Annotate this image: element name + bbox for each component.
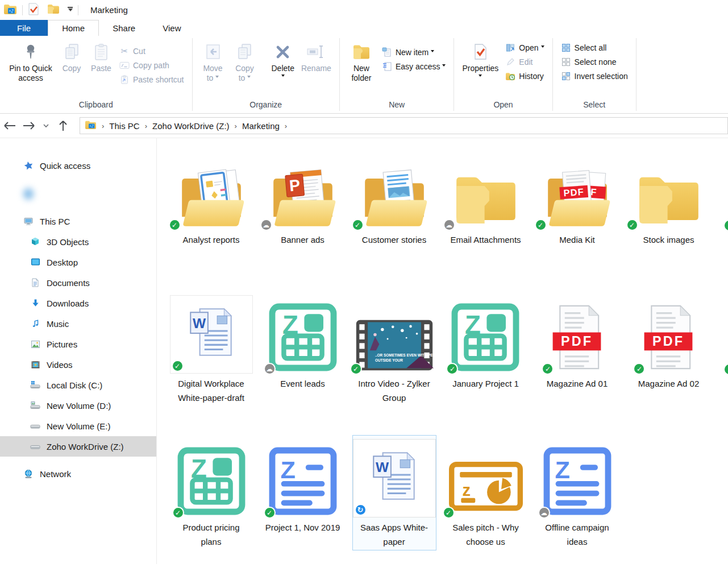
file-item-label: Digital Workplace White-paper-draft: [171, 376, 252, 406]
tab-share[interactable]: Share: [99, 20, 149, 36]
recent-locations-chevron-icon[interactable]: [39, 124, 53, 128]
group-caption-open: Open: [454, 99, 552, 113]
disk-os-icon: [30, 380, 40, 390]
folder-plain-icon: [631, 167, 706, 230]
file-item-project-1-nov-2019[interactable]: Z ✓ Project 1, Nov 2019: [257, 435, 348, 564]
sidebar-item-label: Local Disk (C:): [47, 380, 102, 390]
back-button[interactable]: [0, 122, 19, 130]
ribbon-tab-bar: File Home Share View: [0, 20, 728, 36]
sidebar-item-documents[interactable]: Documents: [0, 272, 156, 293]
cut-button[interactable]: ✂ Cut: [116, 44, 188, 58]
file-item-magazine-ad-01[interactable]: PDF ✓ Magazine Ad 01: [531, 291, 623, 435]
file-item-offline-campaign-ideas[interactable]: Z ☁ Offline campaign ideas: [531, 435, 623, 564]
file-item-customer-stories[interactable]: ✓ Customer stories: [348, 147, 440, 291]
ribbon-group-clipboard: Pin to Quick access Copy Paste ✂ Cut: [0, 36, 192, 113]
delete-button[interactable]: Delete: [268, 39, 298, 78]
address-folder-icon: [85, 120, 97, 131]
file-item-intro-video-zylker-group[interactable]: ..OR SOMETIMES EVEN WITH PEOPLOUTSIDE YO…: [348, 291, 440, 435]
move-to-button[interactable]: Move to: [197, 39, 229, 83]
svg-text:W: W: [376, 459, 389, 475]
svg-text:F: F: [590, 187, 596, 197]
edit-icon: [505, 57, 515, 67]
breadcrumb-marketing[interactable]: Marketing: [242, 121, 280, 131]
svg-text:Z: Z: [555, 456, 569, 483]
sidebar-item-label: Videos: [47, 360, 73, 370]
sidebar-item-music[interactable]: Music: [0, 313, 156, 334]
document-icon: [30, 278, 40, 287]
file-item-label: Customer stories: [361, 233, 427, 248]
files-grid: ✓ Analyst reports P ☁ Banner ads ✓: [165, 147, 728, 564]
select-none-button[interactable]: Select none: [558, 55, 631, 69]
file-item-label: Media Kit: [558, 233, 596, 248]
file-item-analyst-reports[interactable]: ✓ Analyst reports: [165, 147, 257, 291]
properties-button[interactable]: Properties: [459, 39, 502, 78]
tab-home[interactable]: Home: [48, 20, 99, 36]
ribbon-group-new: New folder New item Easy access New: [340, 36, 454, 113]
file-item-digital-workplace-white-paper-draft[interactable]: W ✓ Digital Workplace White-paper-draft: [165, 291, 257, 435]
sidebar-item-new-volume-d[interactable]: New Volume (D:): [0, 395, 156, 416]
breadcrumb-this-pc[interactable]: This PC: [109, 121, 139, 131]
qat-properties-icon[interactable]: [28, 3, 39, 18]
new-item-button[interactable]: New item: [378, 45, 450, 59]
sidebar-item-downloads[interactable]: Downloads: [0, 293, 156, 313]
file-item-magazine-ad-02[interactable]: PDF ✓ Magazine Ad 02: [623, 291, 714, 435]
file-item-january-project-1[interactable]: Z ✓ January Project 1: [440, 291, 531, 435]
sidebar-item-label: Music: [47, 319, 69, 329]
sidebar-item-new-volume-e[interactable]: New Volume (E:): [0, 416, 156, 436]
sidebar-item-pictures[interactable]: Pictures: [0, 334, 156, 354]
qat-customize-dropdown-icon[interactable]: [68, 7, 73, 14]
music-icon: [30, 319, 40, 328]
sidebar-item-videos[interactable]: Videos: [0, 354, 156, 375]
history-button[interactable]: History: [502, 69, 547, 83]
file-item-label: Offline campaign ideas: [537, 520, 618, 550]
ribbon-group-select: Select all Select none Invert selection …: [553, 36, 636, 113]
file-item-saas-apps-white-paper[interactable]: W ↻ Saas Apps White-paper: [348, 435, 440, 564]
up-button[interactable]: [53, 120, 73, 131]
file-item-media-kit[interactable]: FPDF ✓ Media Kit: [531, 147, 623, 291]
paste-button[interactable]: Paste: [86, 39, 116, 73]
open-icon: [505, 43, 515, 52]
sidebar-item-quick-access[interactable]: Quick access: [0, 155, 156, 176]
tab-file[interactable]: File: [0, 20, 48, 36]
tab-view[interactable]: View: [149, 20, 194, 36]
file-item-stock-images[interactable]: ✓ Stock images: [623, 147, 714, 291]
rename-button[interactable]: Rename: [298, 39, 335, 73]
breadcrumb-zoho-workdrive[interactable]: Zoho WorkDrive (Z:): [152, 121, 230, 131]
file-item-label: Email Attachments: [449, 233, 522, 248]
forward-button[interactable]: [19, 122, 39, 130]
open-button[interactable]: Open: [502, 40, 547, 55]
sidebar-item-network[interactable]: Network: [0, 463, 156, 484]
invert-selection-button[interactable]: Invert selection: [558, 69, 631, 83]
select-all-button[interactable]: Select all: [558, 40, 631, 55]
file-item-sales-pitch-why-choose-us[interactable]: z ✓ Sales pitch - Why choose us: [440, 435, 531, 564]
edit-button[interactable]: Edit: [502, 55, 547, 69]
sidebar-item-this-pc[interactable]: This PC: [0, 211, 156, 231]
file-item-email-attachments[interactable]: ☁ Email Attachments: [440, 147, 531, 291]
sidebar-item-redacted[interactable]: [0, 184, 156, 204]
copy-to-icon: [237, 41, 252, 63]
file-item-banner-ads[interactable]: P ☁ Banner ads: [257, 147, 348, 291]
copy-to-button[interactable]: Copy to: [229, 39, 261, 83]
file-item-product-pricing-plans[interactable]: Z ✓ Product pricing plans: [165, 435, 257, 564]
file-item-event-leads[interactable]: Z ☁ Event leads: [257, 291, 348, 435]
folder-plain-icon: [448, 167, 523, 230]
sidebar-item-3d-objects[interactable]: 3D Objects: [0, 231, 156, 252]
easy-access-button[interactable]: Easy access: [378, 59, 450, 73]
sidebar-item-local-disk-c[interactable]: Local Disk (C:): [0, 375, 156, 395]
cut-icon: ✂: [119, 46, 130, 56]
sidebar-item-desktop[interactable]: Desktop: [0, 252, 156, 272]
sidebar-item-label: Downloads: [47, 299, 89, 308]
qat-new-folder-icon[interactable]: [47, 4, 60, 16]
sidebar-item-zoho-workdrive-z[interactable]: Zoho WorkDrive (Z:): [0, 436, 156, 457]
new-folder-button[interactable]: New folder: [344, 39, 378, 83]
ribbon-group-open: Properties Open Edit: [454, 36, 552, 113]
sidebar-item-label: New Volume (D:): [47, 401, 111, 411]
file-item-label: Sales pitch - Why choose us: [446, 520, 526, 550]
cloud-badge-icon: ☁: [260, 219, 272, 231]
copy-button[interactable]: Copy: [57, 39, 86, 73]
address-bar[interactable]: › This PC › Zoho WorkDrive (Z:) › Market…: [80, 117, 728, 134]
pin-to-quick-access-button[interactable]: Pin to Quick access: [5, 39, 57, 83]
synced-badge-icon: ✓: [350, 363, 362, 375]
copy-path-button[interactable]: Copy path: [116, 58, 188, 72]
paste-shortcut-button[interactable]: Paste shortcut: [116, 72, 188, 86]
